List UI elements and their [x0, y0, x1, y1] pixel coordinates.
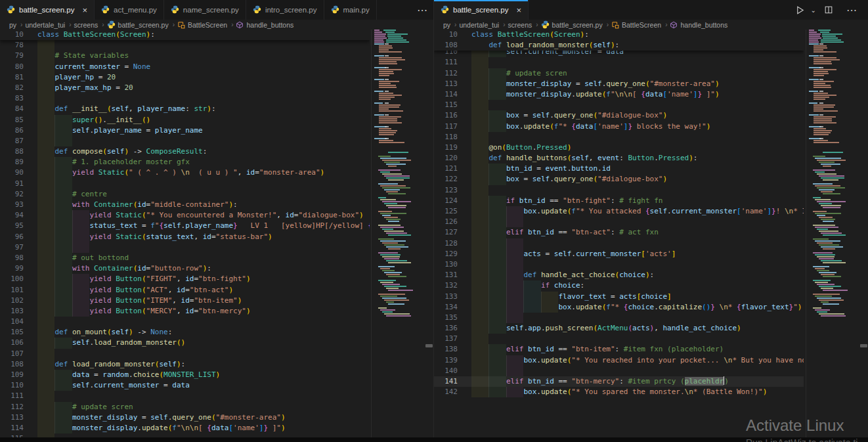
sticky-line[interactable]: 10class BattleScreen(Screen):	[434, 30, 804, 40]
line-number[interactable]: 87	[0, 136, 24, 146]
line-number[interactable]: 120	[434, 153, 458, 164]
code-line[interactable]: 101yield Button("ACT", id="btn-act")	[0, 285, 370, 296]
line-number[interactable]: 138	[434, 344, 458, 355]
line-number[interactable]: 142	[434, 387, 458, 397]
split-editor-icon[interactable]	[819, 5, 838, 14]
line-number[interactable]: 114	[434, 89, 458, 100]
code-line[interactable]: 126	[434, 217, 804, 227]
line-number[interactable]: 129	[434, 249, 458, 259]
line-number[interactable]: 86	[0, 125, 24, 136]
line-number[interactable]: 111	[0, 391, 24, 401]
tab-battle_screen.py[interactable]: battle_screen.py×	[434, 0, 529, 20]
line-number[interactable]: 134	[434, 302, 458, 313]
line-number[interactable]: 79	[0, 51, 24, 61]
code-line[interactable]: 89# 1. placeholder moster gfx	[0, 157, 370, 167]
code-line[interactable]: 141elif btn_id == "btn-mercy": #item prt…	[434, 376, 804, 387]
code-line[interactable]: 103yield Button("MERCY", id="btn-mercy")	[0, 306, 370, 317]
breadcrumb-item-screens[interactable]: screens	[74, 21, 98, 29]
line-number[interactable]: 89	[0, 157, 24, 167]
code-line[interactable]: 81player_hp = 20	[0, 72, 370, 83]
close-tab-icon[interactable]: ×	[516, 6, 521, 14]
code-line[interactable]: 94yield Static("* You encountered a Mons…	[0, 210, 370, 221]
line-number[interactable]: 119	[434, 143, 458, 153]
code-line[interactable]: 110self.current_monster = data	[0, 380, 370, 391]
breadcrumb-item-handle_buttons[interactable]: handle_buttons	[236, 21, 293, 29]
line-number[interactable]: 126	[434, 217, 458, 227]
code-line[interactable]: 113monster_display = self.query_one("#mo…	[0, 412, 370, 423]
line-number[interactable]: 111	[434, 57, 458, 68]
line-number[interactable]: 102	[0, 296, 24, 306]
code-line[interactable]: 97	[0, 242, 370, 253]
line-number[interactable]: 140	[434, 366, 458, 376]
line-number[interactable]: 92	[0, 189, 24, 200]
line-number[interactable]: 85	[0, 115, 24, 125]
code-line[interactable]: 136self.app.push_screen(ActMenu(acts), h…	[434, 323, 804, 334]
line-number[interactable]: 122	[434, 174, 458, 185]
line-number[interactable]: 99	[0, 263, 24, 274]
code-line[interactable]: 118	[434, 132, 804, 143]
line-number[interactable]: 103	[0, 306, 24, 317]
close-tab-icon[interactable]: ×	[82, 6, 87, 14]
code-line[interactable]: 132if choice:	[434, 280, 804, 291]
run-python-file-icon[interactable]	[790, 5, 810, 15]
code-line[interactable]: 96yield Static(status_text, id="status-b…	[0, 232, 370, 242]
minimap[interactable]	[806, 30, 859, 442]
code-line[interactable]: 119@on(Button.Pressed)	[434, 143, 804, 153]
sticky-scroll[interactable]: 10class BattleScreen(Screen):	[0, 30, 370, 40]
line-number[interactable]: 10	[434, 30, 458, 40]
line-number[interactable]: 116	[434, 110, 458, 121]
line-number[interactable]: 10	[0, 30, 24, 40]
line-number[interactable]: 113	[0, 412, 24, 423]
code-line[interactable]: 107	[0, 349, 370, 359]
code-line[interactable]: 114monster_display.update(f"\n\n[ {data[…	[0, 423, 370, 433]
code-line[interactable]: 110self.current_monster = data	[434, 51, 804, 57]
line-number[interactable]: 132	[434, 280, 458, 291]
line-number[interactable]: 108	[0, 359, 24, 370]
line-number[interactable]: 136	[434, 323, 458, 334]
line-number[interactable]: 123	[434, 185, 458, 196]
code-line[interactable]: 78	[0, 40, 370, 51]
code-line[interactable]: 134box.update(f"* {choice.capitalize()} …	[434, 302, 804, 313]
line-number[interactable]: 96	[0, 232, 24, 242]
line-number[interactable]: 115	[434, 100, 458, 110]
line-number[interactable]: 124	[434, 196, 458, 206]
code-line[interactable]: 111	[0, 391, 370, 401]
code-line[interactable]: 128	[434, 238, 804, 249]
line-number[interactable]: 112	[0, 402, 24, 412]
breadcrumb-item-battle_screen.py[interactable]: battle_screen.py	[107, 20, 169, 29]
scrollbar-grip[interactable]	[425, 344, 433, 347]
code-line[interactable]: 98# out bottond	[0, 253, 370, 263]
code-line[interactable]: 116box = self.query_one("#dialogue-box")	[434, 110, 804, 121]
line-number[interactable]: 110	[0, 380, 24, 391]
code-line[interactable]: 138elif btn_id == "btn-item": #item fxn …	[434, 344, 804, 355]
line-number[interactable]: 105	[0, 327, 24, 338]
line-number[interactable]: 100	[0, 274, 24, 284]
code-area[interactable]: 10class BattleScreen(Screen):108 def loa…	[434, 30, 804, 442]
run-dropdown-chevron-icon[interactable]: ⌄	[811, 7, 816, 14]
line-number[interactable]: 106	[0, 338, 24, 348]
line-number[interactable]: 82	[0, 83, 24, 93]
code-line[interactable]: 105def on_mount(self) -> None:	[0, 327, 370, 338]
breadcrumb-item-BattleScreen[interactable]: BattleScreen	[611, 21, 661, 29]
line-number[interactable]: 113	[434, 79, 458, 89]
line-number[interactable]: 133	[434, 292, 458, 302]
code-line[interactable]: 130	[434, 259, 804, 270]
code-line[interactable]: 129acts = self.current_monster['acts']	[434, 249, 804, 259]
tab-name_screen.py[interactable]: name_screen.py	[164, 0, 246, 20]
line-number[interactable]: 78	[0, 40, 24, 51]
code-line[interactable]: 82player_max_hp = 20	[0, 83, 370, 93]
code-line[interactable]: 140	[434, 366, 804, 376]
line-number[interactable]: 81	[0, 72, 24, 83]
code-line[interactable]: 104	[0, 317, 370, 327]
line-number[interactable]: 97	[0, 242, 24, 253]
code-rows[interactable]: 7879# State variables80current_monster =…	[0, 40, 370, 442]
code-line[interactable]: 92# centre	[0, 189, 370, 200]
line-number[interactable]: 131	[434, 270, 458, 280]
code-line[interactable]: 100yield Button("FIGHT", id="btn-fight")	[0, 274, 370, 284]
scrollbar-grip[interactable]	[860, 344, 867, 347]
code-line[interactable]: 111	[434, 57, 804, 68]
tab-act_menu.py[interactable]: act_menu.py	[95, 0, 164, 20]
code-line[interactable]: 99with Container(id="button-row"):	[0, 263, 370, 274]
line-number[interactable]: 114	[0, 423, 24, 433]
line-number[interactable]: 83	[0, 93, 24, 104]
